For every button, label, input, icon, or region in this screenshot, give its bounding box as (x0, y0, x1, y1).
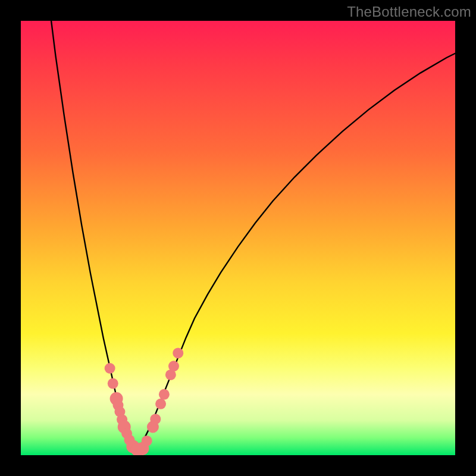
highlight-dots (105, 347, 184, 455)
dot (168, 361, 179, 371)
dot (105, 363, 115, 374)
dot (142, 436, 152, 446)
chart-svg (21, 21, 455, 455)
plot-area (21, 21, 455, 455)
dot (159, 389, 170, 400)
dot (150, 414, 161, 424)
watermark-text: TheBottleneck.com (347, 4, 471, 20)
dot (155, 399, 166, 409)
outer-frame: TheBottleneck.com (0, 0, 476, 476)
dot (108, 378, 118, 389)
curve-right-branch (138, 54, 455, 451)
curve-left-branch (51, 21, 134, 451)
dot (173, 347, 183, 358)
